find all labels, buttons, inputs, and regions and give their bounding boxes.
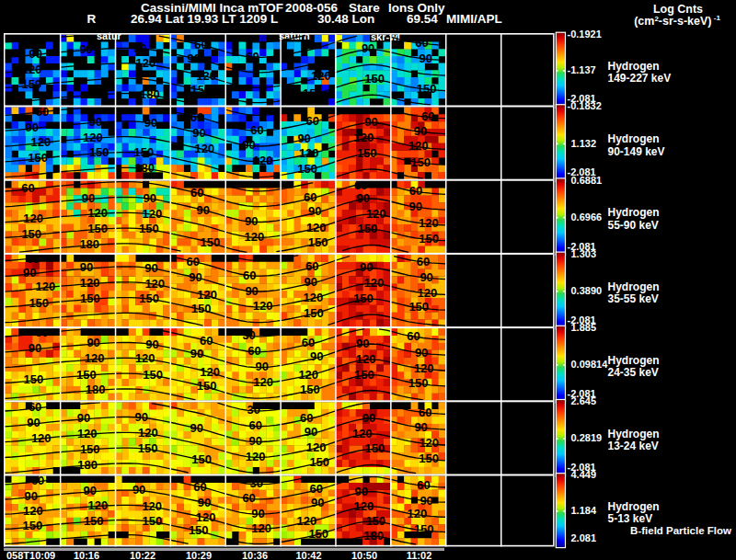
svg-text:55-90 keV: 55-90 keV (608, 219, 659, 232)
svg-text:90: 90 (256, 360, 269, 373)
svg-text:10:42: 10:42 (295, 550, 321, 560)
svg-text:69.54: 69.54 (407, 12, 438, 26)
svg-text:60: 60 (407, 329, 420, 343)
svg-text:skr-wl: skr-wl (371, 31, 400, 42)
svg-text:150: 150 (358, 222, 378, 235)
svg-text:120: 120 (418, 286, 438, 300)
svg-text:11:02: 11:02 (407, 550, 432, 560)
svg-text:90: 90 (190, 421, 203, 435)
svg-text:150: 150 (365, 441, 385, 455)
svg-text:120: 120 (83, 131, 103, 144)
svg-text:150: 150 (408, 300, 429, 314)
svg-text:10:22: 10:22 (130, 550, 155, 560)
svg-text:150: 150 (84, 514, 104, 528)
svg-text:Hydrogen: Hydrogen (608, 132, 660, 145)
svg-text:13-24 keV: 13-24 keV (608, 440, 659, 452)
svg-text:90: 90 (414, 124, 427, 138)
svg-text:90: 90 (23, 266, 36, 280)
svg-text:120: 120 (80, 276, 100, 290)
svg-text:60: 60 (306, 114, 319, 128)
svg-text:-1.137: -1.137 (568, 64, 596, 75)
svg-text:90: 90 (198, 496, 211, 509)
svg-text:Hydrogen: Hydrogen (608, 206, 660, 219)
svg-text:120: 120 (136, 56, 156, 70)
svg-text:90: 90 (197, 203, 210, 217)
svg-text:150: 150 (365, 514, 385, 528)
svg-text:150: 150 (191, 452, 212, 466)
svg-text:150: 150 (139, 222, 159, 235)
svg-text:90: 90 (135, 410, 148, 424)
svg-text:120: 120 (364, 276, 385, 290)
svg-text:90: 90 (89, 115, 102, 129)
svg-text:150: 150 (304, 306, 324, 320)
svg-text:90: 90 (79, 42, 92, 56)
svg-text:90: 90 (133, 41, 146, 55)
svg-text:120: 120 (138, 426, 158, 440)
svg-text:60: 60 (249, 418, 262, 432)
svg-text:150: 150 (364, 72, 385, 86)
svg-text:150: 150 (354, 368, 374, 382)
svg-text:90: 90 (189, 270, 201, 284)
svg-text:120: 120 (142, 499, 162, 513)
svg-text:150: 150 (419, 451, 439, 465)
svg-text:120: 120 (408, 139, 429, 153)
svg-text:30: 30 (242, 328, 255, 342)
svg-text:150: 150 (297, 162, 317, 176)
svg-text:120: 120 (419, 216, 439, 230)
svg-text:120: 120 (77, 427, 98, 440)
svg-text:2.081: 2.081 (571, 532, 597, 543)
svg-text:120: 120 (354, 499, 374, 513)
svg-text:90: 90 (249, 434, 262, 448)
svg-text:(cm2-sr-s-keV) -1: (cm2-sr-s-keV) -1 (634, 14, 720, 28)
svg-text:0.2819: 0.2819 (571, 432, 603, 443)
svg-text:60: 60 (246, 50, 259, 63)
svg-text:60: 60 (415, 36, 428, 50)
svg-text:180: 180 (77, 458, 98, 472)
svg-text:90: 90 (409, 200, 422, 213)
svg-text:180: 180 (134, 161, 155, 175)
svg-text:60: 60 (200, 334, 213, 348)
svg-text:120: 120 (144, 277, 165, 291)
svg-text:60: 60 (29, 400, 41, 414)
svg-text:4.449: 4.449 (571, 469, 597, 480)
svg-text:120: 120 (299, 146, 319, 160)
svg-text:120: 120 (196, 69, 216, 83)
svg-text:90: 90 (144, 261, 157, 275)
svg-text:150: 150 (308, 527, 328, 541)
svg-text:90: 90 (305, 425, 317, 439)
svg-text:60: 60 (242, 491, 255, 505)
svg-text:150: 150 (417, 82, 437, 96)
svg-text:10:29: 10:29 (186, 550, 212, 560)
svg-text:60: 60 (304, 190, 316, 204)
svg-text:10:36: 10:36 (242, 550, 268, 560)
svg-text:120: 120 (366, 207, 386, 221)
svg-text:90: 90 (26, 120, 39, 134)
svg-text:60: 60 (302, 336, 315, 349)
svg-text:90: 90 (305, 275, 317, 289)
svg-text:150: 150 (410, 155, 431, 169)
svg-text:1.184: 1.184 (571, 505, 597, 516)
svg-text:90: 90 (310, 349, 323, 363)
svg-text:90: 90 (308, 204, 321, 218)
svg-text:60: 60 (247, 344, 260, 358)
svg-text:150: 150 (139, 291, 159, 305)
svg-text:150: 150 (138, 441, 158, 455)
svg-text:150: 150 (80, 291, 100, 305)
svg-text:90: 90 (29, 47, 42, 61)
svg-text:R: R (87, 12, 97, 26)
svg-text:120: 120 (253, 299, 273, 313)
svg-text:60: 60 (193, 480, 206, 494)
svg-text:60: 60 (300, 411, 313, 425)
svg-text:150: 150 (408, 376, 429, 390)
svg-text:120: 120 (306, 221, 327, 234)
svg-text:120: 120 (88, 498, 109, 512)
svg-text:90: 90 (357, 191, 370, 205)
svg-text:120: 120 (251, 521, 271, 535)
svg-text:150: 150 (300, 383, 320, 396)
svg-text:150: 150 (89, 145, 109, 159)
svg-text:120: 120 (304, 291, 324, 304)
svg-text:60: 60 (417, 255, 430, 269)
svg-text:60: 60 (194, 38, 207, 51)
svg-text:90: 90 (311, 496, 324, 509)
svg-text:150: 150 (197, 379, 217, 393)
